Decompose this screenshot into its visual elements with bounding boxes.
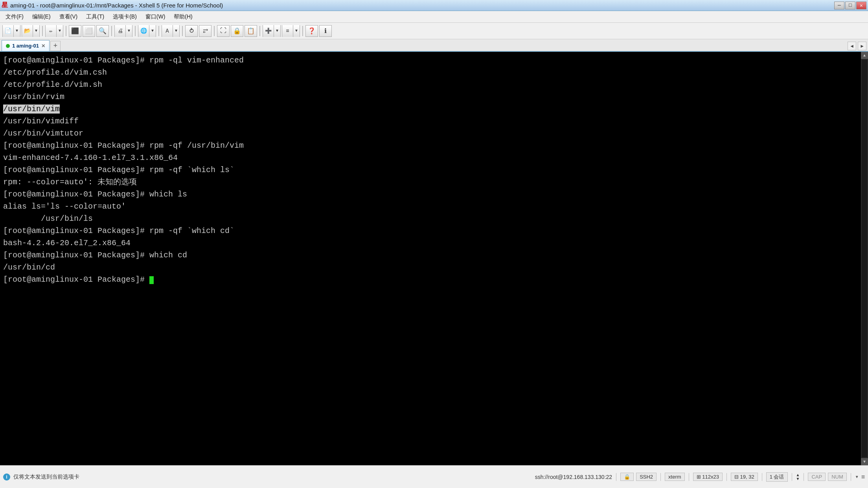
term-line-15: [root@aminglinux-01 Packages]# rpm -qf `… — [3, 225, 858, 237]
term-line-11: rpm: --color=auto': 未知的选项 — [3, 176, 858, 188]
plus-icon[interactable]: ➕ — [263, 25, 274, 37]
font-dropdown-arrow[interactable]: ▼ — [173, 25, 179, 37]
tab-prev-button[interactable]: ◀ — [848, 42, 856, 50]
statusbar-left: i 仅将文本发送到当前选项卡 — [3, 473, 79, 481]
caps-label: CAP — [808, 473, 826, 481]
scrollbar-right[interactable]: ▲ ▼ — [861, 52, 868, 465]
term-line-10: [root@aminglinux-01 Packages]# rpm -qf `… — [3, 164, 858, 176]
status-divider-1 — [616, 473, 616, 481]
toolbar-separator-4 — [135, 26, 136, 36]
lock-button[interactable]: 🔒 — [231, 25, 243, 37]
menubar: 文件(F)编辑(E)查看(V)工具(T)选项卡(B)窗口(W)帮助(H) — [0, 11, 868, 23]
new-session-icon[interactable]: 📄 — [3, 25, 14, 37]
menubar-item-工具(T)[interactable]: 工具(T) — [82, 13, 108, 21]
status-divider-8 — [851, 473, 851, 481]
close-button[interactable]: ✕ — [856, 2, 866, 9]
term-line-18: /usr/bin/cd — [3, 261, 858, 273]
term-line-12: [root@aminglinux-01 Packages]# which ls — [3, 188, 858, 200]
print-dropdown-arrow[interactable]: ▼ — [126, 25, 132, 37]
tool3-btn-group[interactable]: 🌐 ▼ — [138, 25, 156, 37]
menubar-item-文件(F)[interactable]: 文件(F) — [2, 13, 28, 21]
cursor — [149, 276, 154, 284]
zoom-button[interactable]: 🔍 — [96, 25, 109, 37]
plus-btn-group[interactable]: ➕ ▼ — [263, 25, 281, 37]
help-button[interactable]: ❓ — [305, 25, 318, 37]
plus-dropdown-arrow[interactable]: ▼ — [274, 25, 280, 37]
status-divider-3 — [689, 473, 689, 481]
new-session-btn-group[interactable]: 📄 ▼ — [2, 25, 20, 37]
tab-label: 1 aming-01 — [12, 43, 39, 49]
copy-button[interactable]: ⬛ — [69, 25, 81, 37]
term-line-5: /usr/bin/vim — [3, 103, 858, 115]
menubar-item-帮助(H)[interactable]: 帮助(H) — [170, 13, 196, 21]
menubar-item-编辑(E)[interactable]: 编辑(E) — [28, 13, 55, 21]
lock-status-icon: 🔒 — [620, 473, 634, 481]
statusbar-dropdown-arrow[interactable]: ▼ — [855, 475, 859, 479]
hamburger-menu-icon[interactable]: ≡ — [861, 473, 865, 481]
term-line-4: /usr/bin/rvim — [3, 91, 858, 103]
bars-dropdown-arrow[interactable]: ▼ — [293, 25, 300, 37]
bars-icon[interactable]: ≡ — [282, 25, 293, 37]
minimize-button[interactable]: — — [834, 2, 844, 9]
tab-aming-01[interactable]: 1 aming-01 ✕ — [2, 40, 50, 51]
new-session-dropdown-arrow[interactable]: ▼ — [14, 25, 20, 37]
tab-close-button[interactable]: ✕ — [41, 43, 45, 49]
status-divider-7 — [804, 473, 804, 481]
send-text-label: 仅将文本发送到当前选项卡 — [13, 473, 79, 481]
toolbar-separator-9 — [302, 26, 303, 36]
status-divider-6 — [792, 473, 792, 481]
open-dropdown-arrow[interactable]: ▼ — [33, 25, 39, 37]
scroll-up-arrow[interactable]: ▲ — [861, 52, 868, 59]
paste-button[interactable]: ⬜ — [83, 25, 95, 37]
print-btn-group[interactable]: 🖨 ▼ — [114, 25, 132, 37]
edit-btn-group[interactable]: ✏️ ▼ — [45, 25, 63, 37]
terminal[interactable]: [root@aminglinux-01 Packages]# rpm -ql v… — [0, 52, 861, 465]
maximize-button[interactable]: □ — [845, 2, 855, 9]
scroll-track[interactable] — [862, 60, 867, 457]
edit-dropdown-arrow[interactable]: ▼ — [57, 25, 63, 37]
transfer2-button[interactable]: ⥂ — [199, 25, 211, 37]
term-line-13: alias ls='ls --color=auto' — [3, 200, 858, 213]
protocol-label: SSH2 — [636, 473, 657, 481]
menubar-item-选项卡(B)[interactable]: 选项卡(B) — [109, 13, 141, 21]
tool3-dropdown-arrow[interactable]: ▼ — [149, 25, 156, 37]
info-button[interactable]: ℹ — [319, 25, 332, 37]
open-icon[interactable]: 📂 — [22, 25, 33, 37]
scroll-down-arrow[interactable]: ▼ — [861, 458, 868, 465]
term-line-2: /etc/profile.d/vim.csh — [3, 66, 858, 79]
open-btn-group[interactable]: 📂 ▼ — [22, 25, 40, 37]
toolbar-separator-8 — [259, 26, 260, 36]
bars-btn-group[interactable]: ≡ ▼ — [282, 25, 300, 37]
toolbar-separator-7 — [214, 26, 215, 36]
font-icon[interactable]: A — [162, 25, 173, 37]
tab-add-button[interactable]: + — [50, 41, 61, 51]
scroll-arrows: ▲ ▼ — [796, 473, 800, 481]
tabbar: 1 aming-01 ✕ + ◀ ▶ — [0, 39, 868, 52]
titlebar-controls: — □ ✕ — [834, 2, 866, 9]
num-label: NUM — [828, 473, 847, 481]
term-line-6: /usr/bin/vimdiff — [3, 115, 858, 127]
titlebar-title: aming-01 - root@aminglinux-01:/mnt/Packa… — [10, 2, 223, 9]
toolbar-separator-3 — [111, 26, 112, 36]
term-line-9: vim-enhanced-7.4.160-1.el7_3.1.x86_64 — [3, 152, 858, 164]
edit-icon[interactable]: ✏️ — [46, 25, 57, 37]
tool3-icon[interactable]: 🌐 — [138, 25, 149, 37]
font-btn-group[interactable]: A ▼ — [162, 25, 180, 37]
fullscreen-button[interactable]: ⛶ — [217, 25, 230, 37]
toolbar-separator-5 — [158, 26, 159, 36]
print-icon[interactable]: 🖨 — [115, 25, 126, 37]
transfer1-button[interactable]: ⥁ — [185, 25, 198, 37]
key-button[interactable]: 📋 — [245, 25, 257, 37]
menubar-item-窗口(W)[interactable]: 窗口(W) — [142, 13, 169, 21]
ssh-info: ssh://root@192.168.133.130:22 — [535, 474, 612, 480]
menubar-item-查看(V)[interactable]: 查看(V) — [55, 13, 82, 21]
toolbar-separator-2 — [66, 26, 66, 36]
term-line-1: [root@aminglinux-01 Packages]# rpm -ql v… — [3, 54, 858, 66]
dimensions-label: ⊞ 112x23 — [693, 473, 723, 481]
terminal-type-label: xterm — [665, 473, 685, 481]
term-line-19: [root@aminglinux-01 Packages]# — [3, 273, 858, 286]
term-line-16: bash-4.2.46-20.el7_2.x86_64 — [3, 237, 858, 249]
term-line-8: [root@aminglinux-01 Packages]# rpm -qf /… — [3, 139, 858, 152]
tab-next-button[interactable]: ▶ — [858, 42, 866, 50]
titlebar-left: 星 aming-01 - root@aminglinux-01:/mnt/Pac… — [2, 1, 223, 9]
